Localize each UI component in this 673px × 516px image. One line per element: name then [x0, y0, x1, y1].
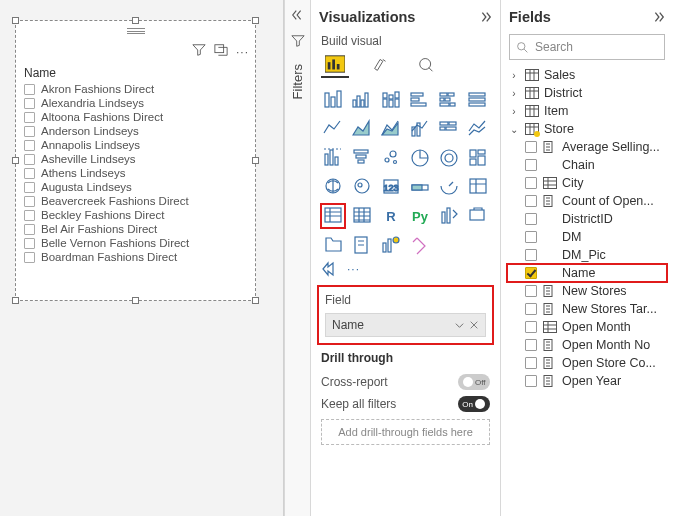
field-count-of-open-[interactable]: Count of Open... — [507, 192, 667, 210]
visual-type-33[interactable] — [408, 233, 432, 257]
visual-type-7[interactable] — [350, 117, 374, 141]
slicer-item[interactable]: Beavercreek Fashions Direct — [24, 194, 247, 208]
field-open-month[interactable]: Open Month — [507, 318, 667, 336]
visual-type-1[interactable] — [350, 88, 374, 112]
checkbox[interactable] — [525, 231, 537, 243]
visual-type-18[interactable] — [321, 175, 345, 199]
checkbox[interactable] — [525, 321, 537, 333]
slicer-item[interactable]: Bel Air Fashions Direct — [24, 222, 247, 236]
visual-type-21[interactable] — [408, 175, 432, 199]
visual-type-16[interactable] — [437, 146, 461, 170]
slicer-item[interactable]: Alexandria Lindseys — [24, 96, 247, 110]
field-open-store-co-[interactable]: Open Store Co... — [507, 354, 667, 372]
checkbox[interactable] — [24, 196, 35, 207]
checkbox[interactable] — [24, 252, 35, 263]
checkbox[interactable] — [525, 357, 537, 369]
field-dm-pic[interactable]: DM_Pic — [507, 246, 667, 264]
checkbox[interactable] — [525, 213, 537, 225]
slicer-item[interactable]: Annapolis Lindseys — [24, 138, 247, 152]
drag-grip-icon[interactable] — [127, 28, 145, 34]
focus-icon[interactable] — [214, 43, 228, 60]
field-new-stores-tar-[interactable]: New Stores Tar... — [507, 300, 667, 318]
slicer-item[interactable]: Asheville Lindseys — [24, 152, 247, 166]
visual-type-13[interactable] — [350, 146, 374, 170]
checkbox[interactable] — [525, 159, 537, 171]
slicer-item[interactable]: Altoona Fashions Direct — [24, 110, 247, 124]
visual-type-23[interactable] — [466, 175, 490, 199]
visual-type-24[interactable] — [321, 204, 345, 228]
visual-type-17[interactable] — [466, 146, 490, 170]
slicer-list[interactable]: Akron Fashions DirectAlexandria Lindseys… — [16, 82, 255, 272]
filter-icon[interactable] — [192, 43, 206, 60]
visual-type-22[interactable] — [437, 175, 461, 199]
checkbox[interactable] — [525, 285, 537, 297]
checkbox[interactable] — [525, 339, 537, 351]
checkbox[interactable] — [525, 195, 537, 207]
slicer-item[interactable]: Beckley Fashions Direct — [24, 208, 247, 222]
checkbox[interactable] — [24, 112, 35, 123]
visual-type-0[interactable] — [321, 88, 345, 112]
search-input[interactable]: Search — [509, 34, 665, 60]
field-new-stores[interactable]: New Stores — [507, 282, 667, 300]
checkbox[interactable] — [525, 303, 537, 315]
checkbox[interactable] — [525, 141, 537, 153]
table-sales[interactable]: ›Sales — [507, 66, 667, 84]
slicer-item[interactable]: Anderson Lindseys — [24, 124, 247, 138]
powerapps-icon[interactable] — [321, 261, 339, 277]
build-visual-tab[interactable] — [321, 52, 349, 78]
field-city[interactable]: City — [507, 174, 667, 192]
collapse-icon[interactable] — [478, 10, 492, 24]
checkbox[interactable] — [525, 267, 537, 279]
field-districtid[interactable]: DistrictID — [507, 210, 667, 228]
visual-type-31[interactable] — [350, 233, 374, 257]
checkbox[interactable] — [24, 154, 35, 165]
checkbox[interactable] — [24, 140, 35, 151]
table-district[interactable]: ›District — [507, 84, 667, 102]
checkbox[interactable] — [24, 210, 35, 221]
slicer-item[interactable]: Augusta Lindseys — [24, 180, 247, 194]
format-visual-tab[interactable] — [367, 52, 395, 78]
visual-type-10[interactable] — [437, 117, 461, 141]
filters-pane-collapsed[interactable]: Filters — [284, 0, 310, 516]
visual-type-27[interactable]: Py — [408, 204, 432, 228]
cross-report-toggle[interactable]: Off — [458, 374, 490, 390]
visual-type-32[interactable] — [379, 233, 403, 257]
field-open-year[interactable]: Open Year — [507, 372, 667, 390]
checkbox[interactable] — [525, 249, 537, 261]
visual-type-30[interactable] — [321, 233, 345, 257]
visual-type-25[interactable] — [350, 204, 374, 228]
checkbox[interactable] — [24, 168, 35, 179]
field-open-month-no[interactable]: Open Month No — [507, 336, 667, 354]
fields-tree[interactable]: ›Sales›District›Item⌄StoreAverage Sellin… — [501, 66, 673, 516]
visual-type-19[interactable] — [350, 175, 374, 199]
visual-type-11[interactable] — [466, 117, 490, 141]
slicer-item[interactable]: Boardman Fashions Direct — [24, 250, 247, 264]
visual-type-6[interactable] — [321, 117, 345, 141]
slicer-item[interactable]: Belle Vernon Fashions Direct — [24, 236, 247, 250]
visual-type-29[interactable] — [466, 204, 490, 228]
checkbox[interactable] — [24, 84, 35, 95]
visual-type-4[interactable] — [437, 88, 461, 112]
collapse-icon[interactable] — [651, 10, 665, 24]
field-name[interactable]: Name — [507, 264, 667, 282]
more-visuals-icon[interactable]: ··· — [347, 262, 360, 276]
expand-icon[interactable] — [291, 8, 305, 22]
field-average-selling-[interactable]: Average Selling... — [507, 138, 667, 156]
field-well-name[interactable]: Name — [325, 313, 486, 337]
visual-type-2[interactable] — [379, 88, 403, 112]
checkbox[interactable] — [24, 238, 35, 249]
checkbox[interactable] — [24, 98, 35, 109]
keep-filters-toggle[interactable]: On — [458, 396, 490, 412]
visual-type-28[interactable] — [437, 204, 461, 228]
slicer-visual[interactable]: ··· Name Akron Fashions DirectAlexandria… — [15, 20, 256, 301]
visual-type-14[interactable] — [379, 146, 403, 170]
checkbox[interactable] — [24, 182, 35, 193]
visual-type-9[interactable] — [408, 117, 432, 141]
table-item[interactable]: ›Item — [507, 102, 667, 120]
visual-type-15[interactable] — [408, 146, 432, 170]
drill-through-dropzone[interactable]: Add drill-through fields here — [321, 419, 490, 445]
analytics-tab[interactable] — [413, 52, 441, 78]
visual-type-12[interactable] — [321, 146, 345, 170]
checkbox[interactable] — [24, 224, 35, 235]
table-store[interactable]: ⌄Store — [507, 120, 667, 138]
